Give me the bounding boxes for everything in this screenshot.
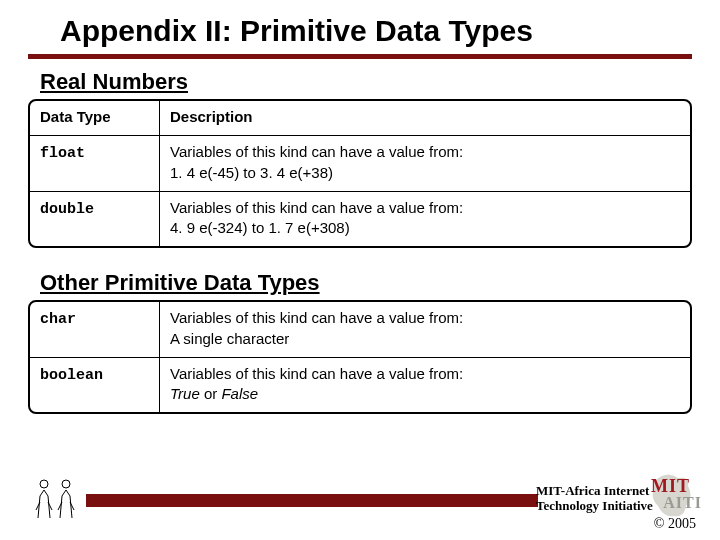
page-title: Appendix II: Primitive Data Types: [0, 0, 720, 54]
header-description: Description: [160, 101, 690, 136]
type-boolean: boolean: [40, 367, 103, 384]
table-row: float Variables of this kind can have a …: [30, 136, 690, 192]
table-row: boolean Variables of this kind can have …: [30, 358, 690, 413]
footer-students-icon: [30, 476, 82, 520]
initiative-text: MIT-Africa Internet Technology Initiativ…: [536, 484, 656, 514]
table-row: double Variables of this kind can have a…: [30, 192, 690, 247]
section-heading-real-numbers: Real Numbers: [0, 59, 720, 99]
type-float: float: [40, 145, 85, 162]
table-row: char Variables of this kind can have a v…: [30, 302, 690, 358]
aiti-label: AITI: [663, 494, 702, 512]
section-heading-other-types: Other Primitive Data Types: [0, 248, 720, 300]
desc-double: Variables of this kind can have a value …: [160, 192, 690, 247]
real-numbers-table: Data Type Description float Variables of…: [28, 99, 692, 248]
svg-point-0: [40, 480, 48, 488]
other-types-table: char Variables of this kind can have a v…: [28, 300, 692, 414]
svg-point-1: [62, 480, 70, 488]
type-double: double: [40, 201, 94, 218]
table-header-row: Data Type Description: [30, 101, 690, 136]
desc-boolean: Variables of this kind can have a value …: [160, 358, 690, 413]
desc-float: Variables of this kind can have a value …: [160, 136, 690, 192]
type-char: char: [40, 311, 76, 328]
footer-bar: [86, 494, 538, 507]
desc-char: Variables of this kind can have a value …: [160, 302, 690, 358]
copyright: © 2005: [654, 516, 696, 532]
header-data-type: Data Type: [30, 101, 160, 136]
footer: MIT AITI MIT-Africa Internet Technology …: [0, 472, 720, 540]
